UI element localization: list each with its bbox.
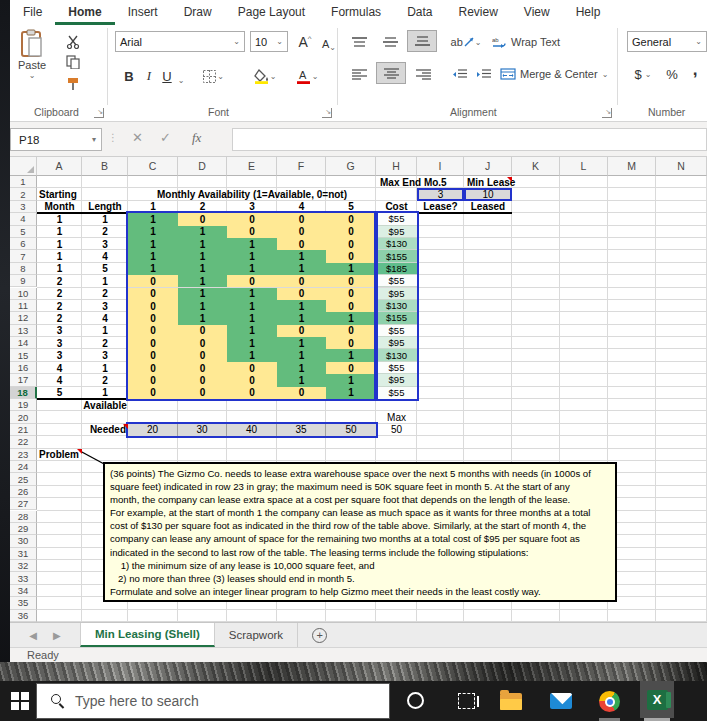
month-cell[interactable]: 2 [37,288,82,300]
row-header-19[interactable]: 19 [10,399,37,411]
name-box[interactable]: P18 ▾ [10,128,102,151]
chevron-down-icon[interactable]: ▾ [92,135,96,144]
bold-button[interactable]: B [120,65,138,87]
availability-cell[interactable]: 1 [227,250,277,262]
row-header-30[interactable]: 30 [10,535,37,547]
length-cell[interactable]: 1 [82,213,128,225]
row-header-29[interactable]: 29 [10,523,37,535]
availability-cell[interactable]: 0 [128,275,178,287]
col-header-M[interactable]: M [608,157,656,176]
cost-cell[interactable]: $95 [376,288,417,300]
availability-cell[interactable]: 1 [128,263,178,275]
align-bottom-button[interactable] [407,30,437,52]
availability-cell[interactable]: 1 [326,374,376,386]
cost-cell[interactable]: $55 [376,362,417,374]
length-cell[interactable]: 3 [82,349,128,361]
row-header-22[interactable]: 22 [10,436,37,448]
month-cell[interactable]: 1 [37,213,82,225]
formula-input[interactable] [232,128,707,151]
chevron-down-icon[interactable]: ⌄ [233,37,240,46]
task-view-icon[interactable] [458,693,475,709]
availability-cell[interactable]: 1 [227,300,277,312]
availability-cell[interactable]: 0 [227,362,277,374]
availability-cell[interactable]: 1 [128,213,178,225]
row-header-5[interactable]: 5 [10,226,37,238]
availability-cell[interactable]: 1 [277,337,326,349]
availability-cell[interactable]: 0 [128,387,178,399]
row-header-32[interactable]: 32 [10,560,37,572]
ribbon-tab-view[interactable]: View [511,0,563,25]
availability-cell[interactable]: 1 [178,300,227,312]
row-header-9[interactable]: 9 [10,275,37,287]
availability-cell[interactable]: 0 [277,325,326,337]
row-header-18[interactable]: 18 [10,387,37,399]
underline-dropdown-caret[interactable]: ⌄ [176,69,186,91]
month-cell[interactable]: 2 [37,300,82,312]
month-cell[interactable]: 3 [37,337,82,349]
cost-cell[interactable]: $55 [376,387,417,399]
sheet-next-icon[interactable]: ▶ [53,630,61,641]
cost-cell[interactable]: $185 [376,263,417,275]
row-header-16[interactable]: 16 [10,362,37,374]
sheet-tab-min-leasing-shell[interactable]: Min Leasing (Shell) [80,623,215,647]
availability-cell[interactable]: 0 [227,213,277,225]
availability-cell[interactable]: 1 [277,362,326,374]
col-header-K[interactable]: K [512,157,560,176]
taskbar-search-input[interactable]: Type here to search [36,683,390,719]
availability-cell[interactable]: 1 [277,374,326,386]
ribbon-tab-help[interactable]: Help [563,0,614,25]
needed-cell[interactable]: 50 [326,424,376,436]
availability-cell[interactable]: 0 [326,288,376,300]
max-end-mo5-input[interactable]: 3 [417,188,464,200]
availability-cell[interactable]: 0 [128,337,178,349]
availability-cell[interactable]: 1 [326,312,376,324]
borders-button[interactable]: ⌄ [198,65,228,87]
chevron-down-icon[interactable]: ⌄ [276,37,283,46]
excel-taskbar-tile[interactable]: X [640,681,674,718]
ribbon-tab-home[interactable]: Home [55,0,114,25]
availability-cell[interactable]: 0 [326,275,376,287]
col-header-N[interactable]: N [656,157,707,176]
availability-cell[interactable]: 0 [128,325,178,337]
length-cell[interactable]: 4 [82,312,128,324]
row-header-10[interactable]: 10 [10,288,37,300]
length-cell[interactable]: 3 [82,238,128,250]
availability-cell[interactable]: 0 [326,325,376,337]
availability-cell[interactable]: 0 [128,374,178,386]
decrease-indent-button[interactable] [448,63,470,85]
month-cell[interactable]: 2 [37,275,82,287]
underline-button[interactable]: U [159,65,175,87]
availability-cell[interactable]: 0 [178,362,227,374]
row-header-31[interactable]: 31 [10,548,37,560]
length-cell[interactable]: 1 [82,275,128,287]
availability-cell[interactable]: 1 [326,263,376,275]
align-top-button[interactable] [345,31,373,53]
needed-cell[interactable]: 20 [128,424,178,436]
col-header-I[interactable]: I [417,157,464,176]
fill-color-button[interactable]: ⌄ [248,65,282,87]
availability-cell[interactable]: 1 [277,263,326,275]
min-lease-input[interactable]: 10 [464,188,512,200]
length-cell[interactable]: 2 [82,226,128,238]
availability-cell[interactable]: 1 [277,250,326,262]
availability-cell[interactable]: 0 [277,213,326,225]
align-center-button[interactable] [376,62,406,84]
col-header-H[interactable]: H [376,157,417,176]
availability-cell[interactable]: 0 [128,288,178,300]
availability-cell[interactable]: 1 [128,250,178,262]
availability-cell[interactable]: 0 [227,374,277,386]
cost-cell[interactable]: $95 [376,337,417,349]
col-header-F[interactable]: F [277,157,326,176]
month-cell[interactable]: 3 [37,349,82,361]
availability-cell[interactable]: 0 [178,349,227,361]
length-cell[interactable]: 1 [82,362,128,374]
enter-icon[interactable]: ✓ [160,130,171,145]
cost-cell[interactable]: $95 [376,374,417,386]
availability-cell[interactable]: 1 [227,263,277,275]
cost-cell[interactable]: $130 [376,349,417,361]
row-header-8[interactable]: 8 [10,263,37,275]
col-header-L[interactable]: L [560,157,608,176]
availability-cell[interactable]: 0 [227,226,277,238]
row-header-21[interactable]: 21 [10,424,37,436]
month-cell[interactable]: 3 [37,325,82,337]
